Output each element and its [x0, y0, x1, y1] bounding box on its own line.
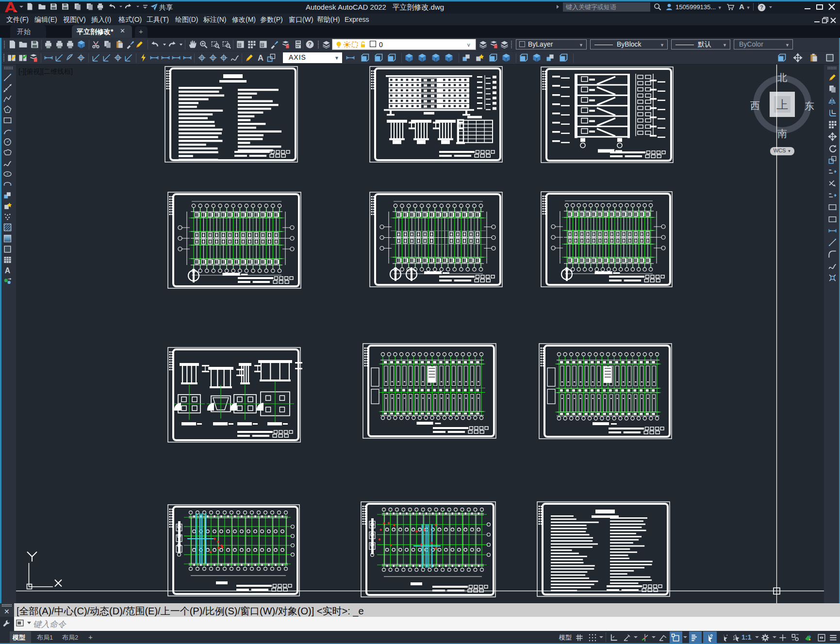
svg-text:A: A [257, 53, 263, 63]
svg-text:?: ? [760, 4, 763, 10]
svg-text:A: A [5, 266, 11, 275]
svg-text:?: ? [308, 41, 312, 47]
